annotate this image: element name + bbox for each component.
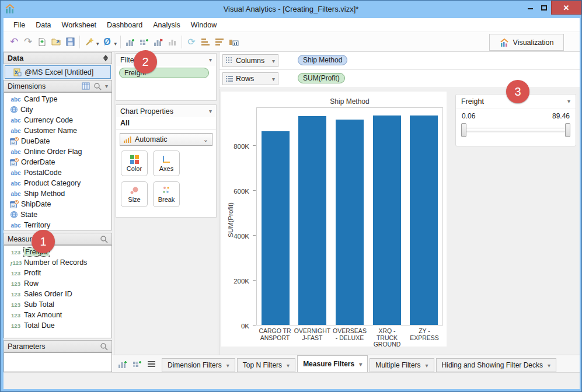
- dimension-postalcode[interactable]: abcPostalCode: [4, 167, 111, 178]
- dimension-product-category[interactable]: abcProduct Category: [4, 178, 111, 188]
- size-icon: [130, 186, 139, 195]
- minimize-button[interactable]: [523, 1, 537, 13]
- measure-tax-amount[interactable]: 123Tax Amount: [4, 310, 111, 320]
- color-button[interactable]: Color: [121, 150, 148, 176]
- tab-visualization[interactable]: Visualization: [489, 34, 564, 51]
- tab-top-n-filters[interactable]: Top N Filters▾: [237, 358, 295, 372]
- close-button[interactable]: ✕: [551, 1, 581, 15]
- search-icon[interactable]: [100, 342, 108, 351]
- filters-caret-icon[interactable]: ▾: [209, 57, 212, 63]
- chart-type-select[interactable]: Automatic ⌄: [120, 133, 212, 146]
- dimension-card-type[interactable]: abcCard Type: [4, 94, 111, 104]
- columns-pill-ship-method[interactable]: Ship Method: [298, 55, 347, 65]
- dimensions-caret-icon[interactable]: ▾: [105, 83, 108, 89]
- dimension-customer-name[interactable]: abcCustomer Name: [4, 125, 111, 136]
- bar-overnight-j-fast[interactable]: [298, 116, 326, 325]
- dimension-city[interactable]: City: [4, 104, 111, 115]
- measure-profit[interactable]: 123Profit: [4, 268, 111, 278]
- measure-sub-total[interactable]: 123Sub Total: [4, 299, 111, 310]
- rows-shelf-control[interactable]: Rows ▾: [222, 72, 278, 85]
- axes-button-label: Axes: [159, 165, 173, 172]
- add-crosstab-icon[interactable]: [133, 359, 142, 369]
- refresh-dropdown-caret-icon[interactable]: ▾: [114, 41, 117, 47]
- rows-pill-sum-profit[interactable]: SUM(Profit): [298, 73, 345, 83]
- search-icon[interactable]: [100, 235, 108, 243]
- field-label: Currency Code: [24, 116, 73, 124]
- slider-handle-min[interactable]: [461, 123, 466, 137]
- filters-panel-header[interactable]: Filters ▾: [116, 54, 216, 66]
- tab-caret-icon[interactable]: ▾: [287, 362, 290, 369]
- menu-window[interactable]: Window: [186, 19, 222, 31]
- chart-properties-panel: Chart Properties ▾ All Automatic ⌄: [116, 104, 217, 218]
- remove-chart-button[interactable]: [151, 35, 165, 49]
- dimension-online-order-flag[interactable]: abcOnline Order Flag: [4, 146, 111, 157]
- menu-analysis[interactable]: Analysis: [148, 19, 186, 31]
- columns-shelf-control[interactable]: Columns ▾: [222, 54, 278, 67]
- tab-dimension-filters[interactable]: Dimension Filters▾: [162, 358, 235, 372]
- measure-sales-order-id[interactable]: 123Sales Order ID: [4, 289, 111, 299]
- panel-splitter[interactable]: [218, 52, 218, 372]
- bind-wizard-button[interactable]: [82, 35, 96, 49]
- chart-properties-header[interactable]: Chart Properties ▾: [116, 105, 216, 117]
- undo-button[interactable]: ↶: [7, 35, 21, 49]
- slider-handle-max[interactable]: [565, 123, 570, 137]
- filter-deck-caret-icon[interactable]: ▾: [567, 98, 570, 104]
- x-label-overnight-j-fast: OVERNIGHTJ-FAST: [294, 328, 331, 348]
- dimension-state[interactable]: State: [4, 209, 111, 220]
- worksheet-tabs: Dimension Filters▾Top N Filters▾Measure …: [162, 355, 558, 372]
- add-chart-button[interactable]: [123, 35, 137, 49]
- add-crosstab-button[interactable]: [137, 35, 151, 49]
- measure-row[interactable]: 123Row: [4, 278, 111, 289]
- chart-properties-caret-icon[interactable]: ▾: [209, 108, 212, 114]
- dimension-shipdate[interactable]: 12ShipDate: [4, 199, 111, 209]
- bar-zy-express[interactable]: [410, 116, 438, 325]
- menu-dashboard[interactable]: Dashboard: [102, 19, 148, 31]
- maximize-button[interactable]: [537, 1, 551, 13]
- swap-axes-button[interactable]: [226, 35, 241, 49]
- tab-label: Hiding and Showing Filter Decks: [442, 361, 543, 369]
- save-button[interactable]: [63, 35, 77, 49]
- size-button[interactable]: Size: [121, 181, 148, 207]
- sheet-list-icon[interactable]: [147, 360, 156, 368]
- tab-caret-icon[interactable]: ▾: [426, 362, 428, 369]
- search-icon[interactable]: [93, 82, 102, 90]
- measure-freight[interactable]: 123Freight: [4, 247, 111, 257]
- open-button[interactable]: [49, 35, 63, 49]
- filter-pill-freight[interactable]: Freight: [119, 68, 209, 78]
- redo-button[interactable]: ↷: [21, 35, 35, 49]
- tab-hiding-and-showing-filter-decks[interactable]: Hiding and Showing Filter Decks▾: [436, 358, 556, 372]
- menu-file[interactable]: File: [8, 19, 30, 31]
- sort-ascending-button[interactable]: [198, 35, 212, 49]
- rotate-chart-button[interactable]: ⟳: [184, 35, 198, 49]
- measure-number-of-records[interactable]: ƒ123Number of Records: [4, 257, 111, 268]
- add-chart-icon[interactable]: [118, 359, 128, 369]
- axes-icon: [162, 155, 171, 164]
- menu-data[interactable]: Data: [30, 19, 56, 31]
- refresh-button[interactable]: Ø: [100, 35, 114, 49]
- panel-splitter[interactable]: [114, 52, 114, 372]
- measure-total-due[interactable]: 123Total Due: [4, 320, 111, 331]
- dimension-orderdate[interactable]: 12OrderDate: [4, 157, 111, 167]
- table-view-icon[interactable]: [82, 82, 90, 90]
- datasource-item[interactable]: @MS Excel [Untitled]: [5, 65, 111, 79]
- tab-caret-icon[interactable]: ▾: [548, 362, 550, 369]
- bar-chart[interactable]: Ship Method SUM(Profit) 0K200K400K600K80…: [221, 92, 447, 346]
- bar-cargo-transport[interactable]: [262, 131, 290, 325]
- menu-worksheet[interactable]: Worksheet: [57, 19, 102, 31]
- new-document-button[interactable]: [35, 35, 49, 49]
- wand-dropdown-caret-icon[interactable]: ▾: [96, 41, 99, 47]
- break-button[interactable]: Break: [153, 181, 180, 207]
- dimension-duedate[interactable]: 12DueDate: [4, 136, 111, 146]
- bar-xrq-truck-ground[interactable]: [373, 116, 401, 325]
- tab-multiple-filters[interactable]: Multiple Filters▾: [370, 358, 434, 372]
- tab-caret-icon[interactable]: ▾: [359, 361, 362, 368]
- bar-overseas-deluxe[interactable]: [336, 120, 364, 325]
- dimension-currency-code[interactable]: abcCurrency Code: [4, 115, 111, 125]
- dimension-ship-method[interactable]: abcShip Method: [4, 188, 111, 199]
- sort-descending-button[interactable]: [212, 35, 226, 49]
- tab-caret-icon[interactable]: ▾: [226, 362, 229, 369]
- axes-button[interactable]: Axes: [153, 150, 180, 176]
- tab-measure-filters[interactable]: Measure Filters▾: [297, 355, 368, 372]
- dimension-territory[interactable]: abcTerritory: [4, 220, 111, 230]
- collapse-expand-icon[interactable]: [103, 55, 108, 61]
